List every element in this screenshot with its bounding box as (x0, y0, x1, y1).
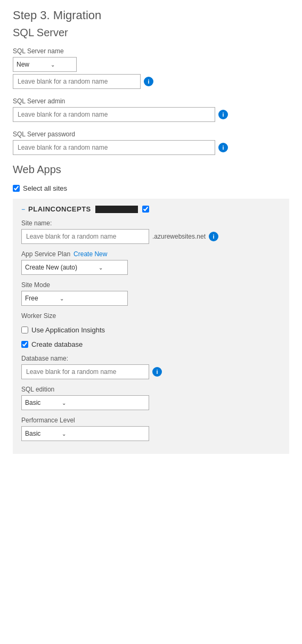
create-database-checkbox[interactable] (21, 341, 28, 348)
app-service-plan-chevron-icon: ⌄ (99, 265, 103, 271)
sql-server-name-dropdown[interactable]: New ⌄ (13, 57, 77, 72)
site-name-input-row: .azurewebsites.net i (21, 229, 281, 244)
sql-server-admin-input-row: i (13, 107, 289, 122)
app-service-plan-dropdown-row: Create New (auto) ⌄ (21, 260, 281, 275)
database-name-group: Database name: i (21, 355, 281, 379)
site-mode-chevron-icon: ⌄ (60, 296, 64, 301)
performance-level-value: Basic (25, 430, 40, 437)
performance-level-dropdown-row: Basic ⌄ (21, 426, 281, 441)
site-mode-group: Site Mode Free ⌄ (21, 281, 281, 306)
sql-server-name-dropdown-row: New ⌄ (13, 57, 289, 72)
web-apps-section-title: Web Apps (13, 164, 289, 176)
app-service-plan-create-new-link[interactable]: Create New (74, 250, 107, 258)
database-name-input[interactable] (21, 364, 149, 379)
app-service-plan-group: App Service Plan Create New Create New (… (21, 250, 281, 275)
site-panel: − PLAINCONCEPTS Site name: .azurewebsite… (13, 199, 289, 454)
sql-edition-chevron-icon: ⌄ (62, 400, 66, 406)
azurewebsites-suffix: .azurewebsites.net (152, 233, 206, 240)
select-all-sites-label: Select all sites (23, 184, 67, 192)
sql-server-admin-info-icon[interactable]: i (218, 110, 228, 119)
sql-edition-value: Basic (25, 399, 40, 406)
performance-level-chevron-icon: ⌄ (62, 431, 66, 437)
create-database-label: Create database (31, 340, 83, 348)
use-app-insights-checkbox[interactable] (21, 327, 28, 333)
sql-server-section: SQL Server SQL Server name New ⌄ i SQL S… (13, 27, 289, 155)
sql-server-admin-input[interactable] (13, 107, 215, 122)
page-title: Step 3. Migration (13, 9, 289, 22)
site-header-checkbox[interactable] (142, 206, 149, 213)
site-name-group: Site name: .azurewebsites.net i (21, 219, 281, 244)
sql-server-password-input-row: i (13, 140, 289, 155)
database-name-input-row: i (21, 364, 281, 379)
site-name-input[interactable] (21, 229, 149, 244)
sql-section-title: SQL Server (13, 27, 289, 39)
select-all-sites-row: Select all sites (13, 184, 289, 192)
sql-server-name-dropdown-value: New (17, 61, 29, 68)
sql-edition-label: SQL edition (21, 386, 281, 393)
sql-server-name-chevron-icon: ⌄ (51, 62, 55, 68)
site-mode-value: Free (25, 295, 38, 302)
site-name-label: Site name: (21, 219, 281, 227)
site-mode-dropdown[interactable]: Free ⌄ (21, 291, 128, 306)
app-service-plan-value: Create New (auto) (25, 264, 77, 271)
sql-server-name-info-icon[interactable]: i (144, 77, 153, 86)
collapse-icon[interactable]: − (21, 206, 25, 213)
site-name-redacted (95, 206, 138, 213)
site-name-text: PLAINCONCEPTS (28, 205, 91, 213)
sql-server-name-input-row: i (13, 74, 289, 89)
sql-server-password-info-icon[interactable]: i (218, 143, 228, 152)
site-header: − PLAINCONCEPTS (21, 205, 281, 213)
app-service-plan-label: App Service Plan (21, 250, 70, 258)
sql-edition-group: SQL edition Basic ⌄ (21, 386, 281, 410)
web-apps-section: Web Apps Select all sites − PLAINCONCEPT… (13, 164, 289, 454)
performance-level-dropdown[interactable]: Basic ⌄ (21, 426, 149, 441)
sql-server-password-group: SQL Server password i (13, 131, 289, 155)
site-mode-dropdown-row: Free ⌄ (21, 291, 281, 306)
worker-size-group: Worker Size (21, 312, 281, 320)
use-app-insights-label: Use Application Insights (31, 326, 105, 334)
sql-server-admin-group: SQL Server admin i (13, 97, 289, 122)
performance-level-label: Performance Level (21, 417, 281, 424)
site-mode-label: Site Mode (21, 281, 281, 289)
select-all-sites-checkbox[interactable] (13, 185, 20, 192)
use-app-insights-row: Use Application Insights (21, 326, 281, 334)
sql-edition-dropdown-row: Basic ⌄ (21, 395, 281, 410)
worker-size-label: Worker Size (21, 312, 281, 320)
sql-server-admin-label: SQL Server admin (13, 97, 289, 105)
create-database-row: Create database (21, 340, 281, 348)
database-name-label: Database name: (21, 355, 281, 362)
sql-server-name-label: SQL Server name (13, 47, 289, 55)
sql-server-name-input[interactable] (13, 74, 141, 89)
database-name-info-icon[interactable]: i (152, 367, 162, 377)
site-name-info-icon[interactable]: i (209, 232, 218, 241)
performance-level-group: Performance Level Basic ⌄ (21, 417, 281, 441)
sql-edition-dropdown[interactable]: Basic ⌄ (21, 395, 149, 410)
sql-server-name-group: SQL Server name New ⌄ i (13, 47, 289, 89)
sql-server-password-input[interactable] (13, 140, 215, 155)
app-service-plan-dropdown[interactable]: Create New (auto) ⌄ (21, 260, 128, 275)
app-service-plan-label-row: App Service Plan Create New (21, 250, 281, 258)
sql-server-password-label: SQL Server password (13, 131, 289, 138)
